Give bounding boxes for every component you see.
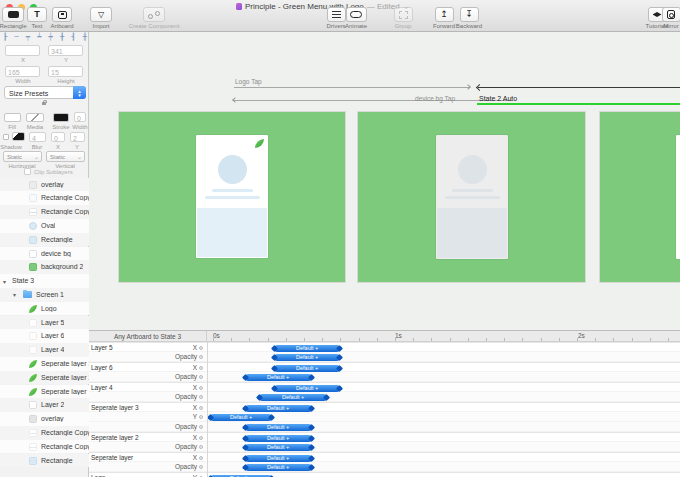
shadow-checkbox[interactable] — [3, 134, 9, 140]
animation-segment[interactable]: Default + — [245, 405, 313, 412]
timeline-row-opacity[interactable]: OpacityDefault + — [89, 422, 680, 432]
timeline-row-opacity[interactable]: OpacityDefault + — [89, 442, 680, 452]
align-bottom-icon[interactable]: ┿ — [49, 33, 53, 41]
media-swatch[interactable] — [26, 113, 44, 122]
distribute-space-icon[interactable]: ╫ — [83, 33, 87, 41]
timeline-transition-header[interactable]: Any Artboard to State 3 — [89, 331, 207, 342]
transition-arrow-state2[interactable] — [478, 87, 680, 88]
property-options-icon[interactable] — [199, 366, 203, 370]
animation-segment[interactable]: Default + — [274, 385, 340, 392]
layer-row-seperate-layer-3[interactable]: Seperate layer 3 — [0, 357, 89, 371]
layer-row-layer-6[interactable]: Layer 6 — [0, 329, 89, 343]
layer-row-overlay[interactable]: overlay — [0, 178, 89, 192]
timeline-ruler[interactable]: 0s 1s 2s — [207, 331, 680, 342]
timeline-row-opacity[interactable]: OpacityDefault + — [89, 392, 680, 402]
property-options-icon[interactable] — [199, 375, 203, 379]
timeline-row-y[interactable]: LogoYDefault + — [89, 472, 680, 477]
property-options-icon[interactable] — [199, 425, 203, 429]
animation-segment[interactable]: Default + — [245, 435, 313, 442]
logo-leaf-icon[interactable] — [255, 139, 264, 148]
animation-segment[interactable]: Default + — [245, 444, 313, 451]
artboard-state-2[interactable] — [358, 112, 585, 282]
disclosure-triangle-icon[interactable]: ▾ — [13, 291, 16, 298]
layer-row-rectangle-copy-2[interactable]: Rectangle Copy 2 — [0, 426, 89, 440]
layer-row-seperate-layer[interactable]: Seperate layer — [0, 385, 89, 399]
animation-segment[interactable]: Default + — [259, 394, 327, 401]
height-input[interactable]: 15 — [48, 66, 83, 77]
layer-row-device-bg[interactable]: device bg — [0, 247, 89, 261]
align-top-icon[interactable]: ┯ — [26, 33, 30, 41]
group-button[interactable] — [394, 7, 413, 22]
property-options-icon[interactable] — [199, 406, 203, 410]
layer-row-seperate-layer-2[interactable]: Seperate layer 2 — [0, 371, 89, 385]
create-component-button[interactable] — [143, 7, 165, 22]
timeline-row-opacity[interactable]: OpacityDefault + — [89, 462, 680, 472]
menu-card-dimmed[interactable] — [436, 135, 508, 259]
property-options-icon[interactable] — [199, 465, 203, 469]
disclosure-triangle-icon[interactable]: ▾ — [3, 278, 6, 285]
shadow-swatch[interactable] — [12, 132, 25, 141]
distribute-h-icon[interactable]: ╂ — [60, 33, 64, 41]
layer-row-rectangle-copy-2[interactable]: Rectangle Copy 2 — [0, 191, 89, 205]
size-presets-select[interactable]: Size Presets ▴▾ — [4, 86, 86, 99]
shadow-y-input[interactable]: 2 — [70, 132, 85, 142]
layer-row-rectangle-copy[interactable]: Rectangle Copy — [0, 440, 89, 454]
align-center-h-icon[interactable]: ─ — [14, 33, 18, 41]
mirror-button[interactable] — [662, 7, 680, 22]
animation-segment[interactable]: Default + — [274, 365, 340, 372]
timeline-row-x[interactable]: Seperate layer 2XDefault + — [89, 432, 680, 442]
timeline-row-x[interactable]: Seperate layer 3XDefault + — [89, 402, 680, 412]
property-options-icon[interactable] — [199, 445, 203, 449]
transition-label-device-bg-tap[interactable]: device bg Tap — [415, 95, 455, 102]
layer-row-background-2[interactable]: background 2 — [0, 260, 89, 274]
animation-segment[interactable]: Default + — [245, 464, 313, 471]
y-input[interactable]: 341 — [48, 45, 83, 56]
animation-segment[interactable]: Default + — [245, 374, 313, 381]
import-button[interactable]: ▽ — [90, 7, 112, 22]
layer-row-rectangle[interactable]: Rectangle — [0, 454, 89, 468]
horizontal-resize-select[interactable]: Static⌄ — [3, 151, 42, 162]
vertical-resize-select[interactable]: Static⌄ — [46, 151, 85, 162]
layer-row-rectangle[interactable]: Rectangle — [0, 233, 89, 247]
animation-segment[interactable]: Default + — [210, 414, 272, 421]
x-input[interactable] — [5, 45, 40, 56]
width-input[interactable]: 165 — [5, 66, 40, 77]
canvas[interactable]: Logo Tap device bg Tap State 2 Auto — [89, 31, 680, 330]
clip-sublayers-row[interactable]: Clip Sublayers — [24, 168, 73, 175]
animate-button[interactable] — [346, 7, 367, 22]
transition-label-logo-tap[interactable]: Logo Tap — [235, 78, 262, 85]
clip-sublayers-checkbox[interactable] — [24, 168, 31, 175]
timeline-row-y[interactable]: YDefault + — [89, 412, 680, 422]
drivers-button[interactable] — [327, 7, 346, 22]
menu-card[interactable] — [676, 135, 680, 259]
fill-swatch[interactable] — [4, 113, 21, 122]
layer-row-overlay[interactable]: overlay — [0, 412, 89, 426]
property-options-icon[interactable] — [199, 346, 203, 350]
layer-row-rectangle-copy[interactable]: Rectangle Copy — [0, 205, 89, 219]
layer-row-layer-2[interactable]: Layer 2 — [0, 398, 89, 412]
animation-segment[interactable]: Default + — [274, 354, 340, 361]
property-options-icon[interactable] — [199, 395, 203, 399]
timeline-row-opacity[interactable]: OpacityDefault + — [89, 372, 680, 382]
property-options-icon[interactable] — [199, 415, 203, 419]
timeline-row-opacity[interactable]: OpacityDefault + — [89, 352, 680, 362]
layer-row-screen-1[interactable]: ▾Screen 1 — [0, 288, 89, 302]
property-options-icon[interactable] — [199, 436, 203, 440]
animation-segment[interactable]: Default + — [245, 455, 313, 462]
timeline-row-x[interactable]: Layer 5XDefault + — [89, 342, 680, 352]
artboard-state-1[interactable] — [119, 112, 345, 282]
timeline-row-x[interactable]: Seperate layerXDefault + — [89, 452, 680, 462]
lock-ratio-icon[interactable] — [42, 102, 46, 105]
animation-segment[interactable]: Default + — [274, 345, 340, 352]
forward-button[interactable]: ↥ — [435, 7, 454, 22]
layer-row-logo[interactable]: Logo — [0, 302, 89, 316]
layer-row-layer-5[interactable]: Layer 5 — [0, 316, 89, 330]
rectangle-button[interactable] — [2, 7, 24, 22]
transition-arrow-logo-tap[interactable] — [234, 87, 470, 88]
property-options-icon[interactable] — [199, 355, 203, 359]
transition-arrow-device-bg-tap[interactable] — [233, 100, 512, 101]
align-left-icon[interactable]: ┠ — [3, 33, 7, 41]
property-options-icon[interactable] — [199, 386, 203, 390]
layer-row-layer-4[interactable]: Layer 4 — [0, 343, 89, 357]
stroke-swatch[interactable] — [53, 113, 69, 122]
